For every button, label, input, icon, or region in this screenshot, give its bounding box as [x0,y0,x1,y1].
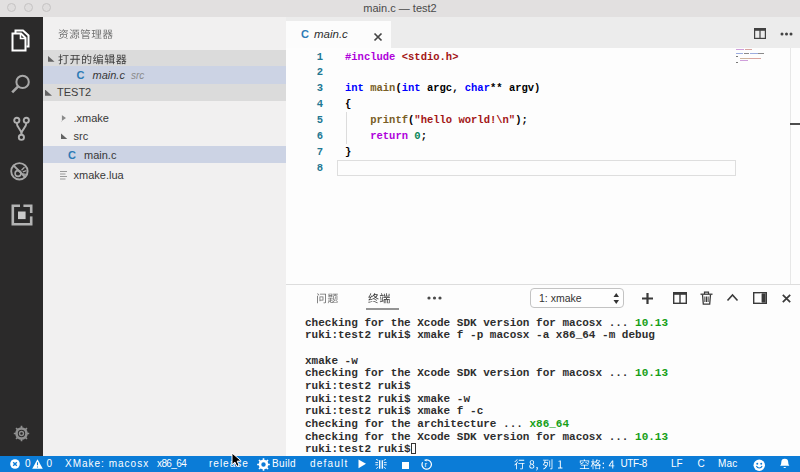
svg-text:r: r [424,460,427,469]
